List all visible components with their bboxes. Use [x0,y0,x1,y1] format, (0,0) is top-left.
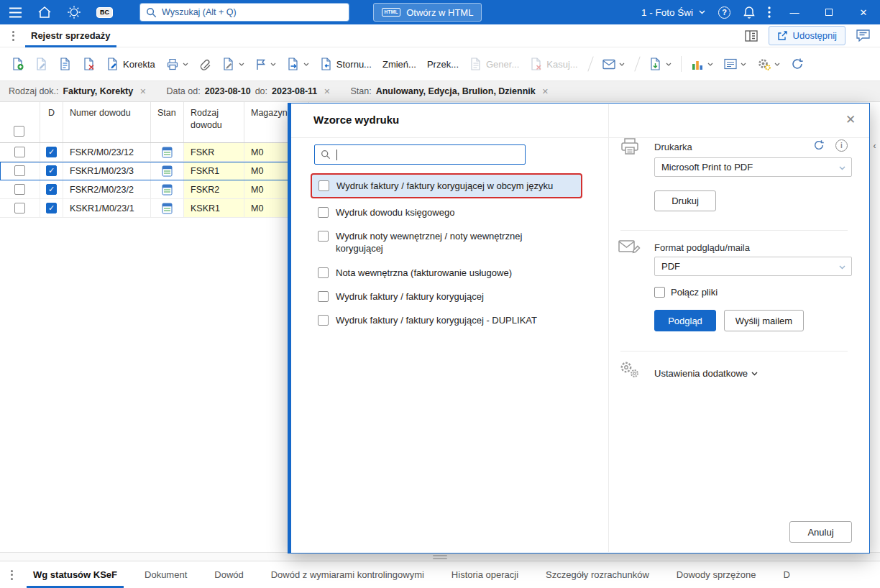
row-checkbox[interactable] [14,203,25,213]
bottom-tab-szczegoly-rozrachunkow[interactable]: Szczegóły rozrachunków [532,561,663,588]
splitter-grip[interactable] [433,555,447,559]
window-close-button[interactable]: ✕ [853,2,874,22]
global-search[interactable] [140,4,349,21]
document-info-icon [59,58,72,70]
filter-chip-data[interactable]: Data od: 2023-08-10 do: 2023-08-11 ✕ [166,86,330,96]
company-selector[interactable]: 1 - Foto Świ [641,7,705,18]
tab-rejestr-sprzedazy[interactable]: Rejestr sprzedaży [21,24,121,47]
template-checkbox[interactable] [318,315,329,326]
template-checkbox[interactable] [318,267,329,278]
delete-document-button[interactable] [78,54,100,74]
collapse-panel-button[interactable]: ‹ [870,137,879,155]
chat-icon[interactable] [856,29,870,42]
hamburger-menu-icon[interactable] [9,7,22,18]
cancel-button[interactable]: Anuluj [789,521,852,543]
notifications-bell-icon[interactable] [743,6,755,19]
header-d[interactable]: D [40,102,63,142]
close-icon[interactable]: ✕ [840,109,861,129]
document-actions-combo-button[interactable] [283,54,313,74]
format-select[interactable]: PDF [654,257,852,276]
window-maximize-button[interactable] [818,2,840,22]
template-item[interactable]: Wydruk dowodu księgowego [311,201,582,224]
save-export-combo-button[interactable] [645,54,676,74]
zmien-button[interactable]: Zmień... [378,55,421,73]
bottom-tab-dowody-sprzezone[interactable]: Dowody sprzężone [663,561,770,588]
table-row[interactable]: ✓ FSKR/M0/23/12 FSKR M0 [0,143,309,162]
filter-chip-rodzaj-dok[interactable]: Rodzaj dok.: Faktury, Korekty ✕ [9,86,146,96]
bottom-tabs-kebab-icon[interactable] [4,566,19,584]
header-stan[interactable]: Stan [151,102,184,142]
help-icon[interactable]: ? [718,6,730,19]
table-row-selected[interactable]: ✓ FSKR1/M0/23/3 FSKR1 M0 [0,162,309,180]
d-checkbox-checked[interactable]: ✓ [46,184,57,195]
row-checkbox[interactable] [14,147,25,157]
template-checkbox[interactable] [318,180,329,191]
bottom-tab-dowod[interactable]: Dowód [201,561,257,588]
new-document-button[interactable] [7,54,29,74]
bc-app-icon[interactable]: BC [96,7,113,18]
home-icon[interactable] [37,6,52,19]
template-item-highlighted[interactable]: Wydruk faktury / faktury korygującej w o… [311,173,582,198]
more-options-kebab-icon[interactable] [768,6,771,18]
preview-document-button[interactable] [55,54,76,74]
d-checkbox-checked[interactable]: ✓ [46,147,57,157]
template-checkbox[interactable] [318,231,329,242]
korekta-button[interactable]: Korekta [102,54,160,74]
d-checkbox-checked[interactable]: ✓ [46,165,57,176]
bottom-tab-dowod-z-wymiarami[interactable]: Dowód z wymiarami kontrolingowymi [257,561,438,588]
template-item[interactable]: Wydruk noty wewnętrznej / noty wewnętrzn… [311,224,582,260]
chart-combo-button[interactable] [687,55,718,74]
additional-settings-link[interactable]: Ustawienia dodatkowe [654,368,758,379]
settings-combo-button[interactable] [753,54,784,75]
kasuj-button[interactable]: Kasuj... [526,54,582,74]
select-all-checkbox[interactable] [14,126,24,137]
template-item[interactable]: Nota wewnętrzna (fakturowanie usługowe) [311,261,582,285]
template-checkbox[interactable] [318,291,329,302]
header-numer-dowodu[interactable]: Numer dowodu [63,102,151,142]
storno-button[interactable]: Stornu... [316,54,376,74]
bottom-tab-dokument[interactable]: Dokument [131,561,201,588]
bottom-tab-wg-statusow-ksef[interactable]: Wg statusów KSeF [19,561,131,588]
header-rodzaj-dowodu[interactable]: Rodzaj dowodu [184,102,244,142]
generuj-button[interactable]: Gener... [465,54,523,74]
preview-button[interactable]: Podgląd [654,310,716,331]
refresh-printers-icon[interactable] [813,139,825,151]
print-button[interactable]: Drukuj [654,190,716,211]
template-item[interactable]: Wydruk faktury / faktury korygującej - D… [311,308,582,332]
layout-columns-icon[interactable] [745,30,758,42]
edit-document-button[interactable] [31,54,52,74]
template-search-input[interactable] [314,144,526,165]
printer-select[interactable]: Microsoft Print to PDF [654,157,852,177]
table-row[interactable]: ✓ FSKR2/M0/23/2 FSKR2 M0 [0,180,309,199]
row-checkbox[interactable] [14,184,25,195]
template-item[interactable]: Wydruk faktury / faktury korygującej [311,285,582,308]
share-button[interactable]: Udostępnij [769,26,845,45]
table-row[interactable]: ✓ KSKR1/M0/23/1 KSKR1 M0 [0,199,309,218]
row-checkbox[interactable] [14,165,25,176]
tab-options-kebab-icon[interactable] [6,27,21,45]
remove-filter-icon[interactable]: ✕ [139,87,146,96]
template-checkbox[interactable] [318,207,329,218]
assistant-icon[interactable] [67,5,81,19]
bottom-tab-historia-operacji[interactable]: Historia operacji [438,561,532,588]
view-combo-button[interactable] [720,55,751,73]
export-combo-button[interactable] [598,55,629,73]
global-search-input[interactable] [162,7,343,17]
open-in-html-button[interactable]: HTML Otwórz w HTML [373,3,482,22]
przekaz-button[interactable]: Przek... [423,55,463,73]
filter-chip-stan[interactable]: Stan: Anulowany, Edycja, Brulion, Dzienn… [351,86,549,96]
remove-filter-icon[interactable]: ✕ [542,87,549,96]
merge-files-checkbox-row[interactable]: Połącz pliki [654,287,718,298]
remove-filter-icon[interactable]: ✕ [324,87,330,96]
d-checkbox-checked[interactable]: ✓ [46,203,57,213]
window-minimize-button[interactable]: — [784,2,805,22]
info-icon[interactable]: i [835,139,848,152]
bottom-tab-truncated[interactable]: D [769,561,803,588]
merge-files-checkbox[interactable] [654,287,665,298]
send-mail-button[interactable]: Wyślij mailem [724,310,804,331]
print-combo-button[interactable] [162,55,193,74]
flag-combo-button[interactable] [251,55,280,74]
refresh-button[interactable] [787,54,808,74]
attachments-button[interactable] [195,55,216,74]
edit-template-combo-button[interactable] [218,54,249,74]
